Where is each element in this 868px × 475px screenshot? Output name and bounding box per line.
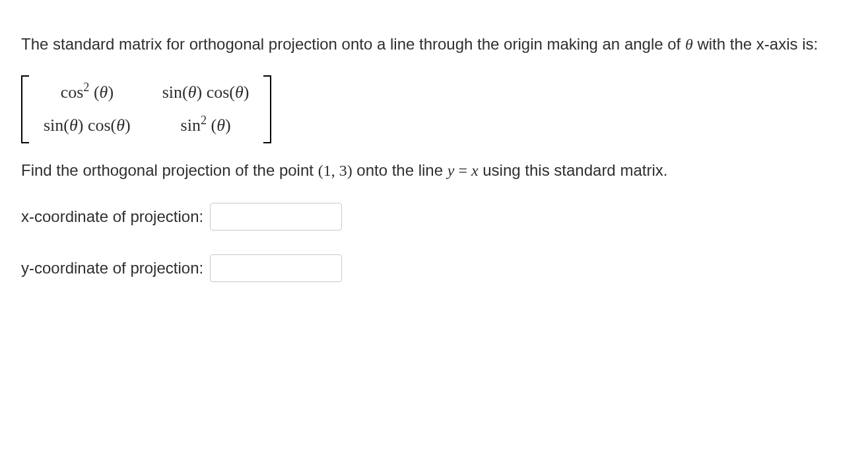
x-coordinate-input[interactable] — [210, 203, 342, 231]
y-coordinate-row: y-coordinate of projection: — [21, 254, 847, 282]
question-after: using this standard matrix. — [479, 161, 668, 179]
left-bracket-icon — [21, 75, 32, 143]
matrix-cell-21: sin(θ) cos(θ) — [44, 112, 131, 139]
matrix-cell-12: sin(θ) cos(θ) — [162, 79, 250, 106]
y-coordinate-label: y-coordinate of projection: — [21, 256, 203, 280]
matrix-cell-11: cos2 (θ) — [44, 79, 131, 106]
question-paragraph: Find the orthogonal projection of the po… — [21, 158, 847, 183]
matrix-cell-22: sin2 (θ) — [162, 112, 250, 139]
eqn-eq: = — [454, 162, 471, 179]
intro-paragraph: The standard matrix for orthogonal proje… — [21, 32, 847, 57]
intro-text-before: The standard matrix for orthogonal proje… — [21, 35, 685, 53]
y-coordinate-input[interactable] — [210, 254, 342, 282]
x-coordinate-label: x-coordinate of projection: — [21, 204, 203, 229]
intro-text-after: with the x-axis is: — [693, 35, 818, 53]
question-before-point: Find the orthogonal projection of the po… — [21, 161, 318, 179]
eqn-y: y — [448, 162, 455, 179]
question-point: (1, 3) — [318, 162, 352, 179]
projection-matrix: cos2 (θ) sin(θ) cos(θ) sin(θ) cos(θ) sin… — [21, 75, 271, 143]
eqn-x: x — [471, 162, 479, 179]
right-bracket-icon — [261, 75, 271, 143]
question-between: onto the line — [352, 161, 448, 179]
question-page: The standard matrix for orthogonal proje… — [0, 0, 868, 327]
theta-symbol: θ — [685, 36, 693, 53]
matrix-grid: cos2 (θ) sin(θ) cos(θ) sin(θ) cos(θ) sin… — [32, 75, 261, 143]
x-coordinate-row: x-coordinate of projection: — [21, 203, 847, 231]
